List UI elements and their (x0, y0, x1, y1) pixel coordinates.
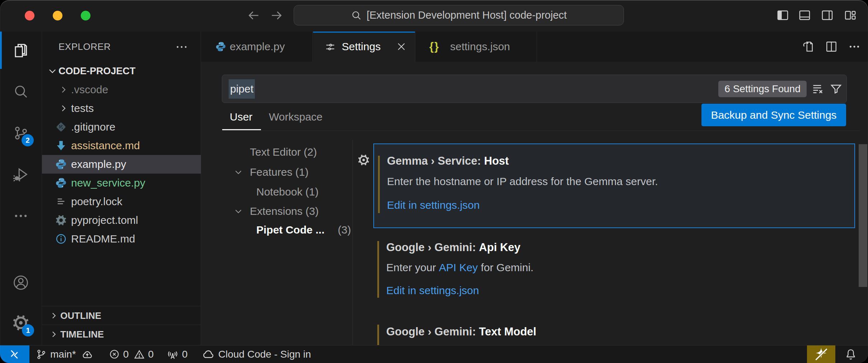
tree-item-tests[interactable]: tests (42, 99, 201, 118)
setting-name: Host (484, 155, 509, 168)
section-label: TIMELINE (60, 325, 104, 344)
run-debug-icon[interactable] (13, 166, 29, 183)
tree-item-gitignore[interactable]: .gitignore (42, 118, 201, 136)
settings-search-box[interactable]: pipet 6 Settings Found (222, 75, 847, 103)
errors-count: 0 (123, 349, 129, 360)
setting-description: Enter your (386, 261, 439, 274)
toc-item-features[interactable]: Features (1) (250, 166, 308, 178)
git-branch-icon (36, 349, 47, 360)
toc-item-extensions[interactable]: Extensions (3) (250, 205, 319, 217)
customize-layout-icon[interactable] (843, 9, 857, 22)
editor-actions (801, 32, 861, 62)
setting-row-google-gemini-api-key[interactable]: Google › Gemini: Api Key Enter your API … (373, 229, 855, 314)
setting-name: Api Key (479, 241, 520, 254)
tab-example-py[interactable]: example.py (201, 32, 313, 62)
git-file-icon (55, 121, 67, 133)
tree-root-code-project[interactable]: CODE-PROJECT (42, 62, 201, 80)
close-tab-icon[interactable] (396, 41, 407, 52)
sidebar-header: EXPLORER (42, 32, 201, 62)
edit-in-settings-json-link[interactable]: Edit in settings.json (387, 198, 480, 212)
additional-views-icon[interactable] (13, 208, 28, 223)
toc-item-text-editor[interactable]: Text Editor (2) (250, 146, 317, 158)
minimize-window-button[interactable] (53, 11, 62, 20)
navigate-forward-icon[interactable] (270, 9, 283, 22)
notifications-bell-icon[interactable] (844, 345, 857, 363)
tree-item-pyproject-toml[interactable]: pyproject.toml (42, 211, 201, 230)
setting-row-gemma-service-host[interactable]: Gemma › Service: Host Enter the hostname… (373, 143, 855, 228)
active-view-indicator (0, 32, 2, 69)
toc-divider (353, 140, 353, 345)
results-count-badge: 6 Settings Found (718, 81, 807, 97)
api-key-link[interactable]: API Key (439, 261, 478, 274)
search-icon[interactable] (13, 83, 29, 100)
settings-header-border (222, 131, 860, 131)
gemini-code-assist-status[interactable] (807, 345, 835, 363)
info-file-icon (55, 233, 67, 245)
tree-item-poetry-lock[interactable]: poetry.lock (42, 192, 201, 211)
toggle-panel-icon[interactable] (798, 9, 811, 22)
warnings-count: 0 (148, 349, 154, 360)
python-file-icon (55, 159, 67, 170)
timeline-section-header[interactable]: TIMELINE (42, 325, 201, 343)
tree-item-readme-md[interactable]: README.md (42, 230, 201, 248)
filter-icon[interactable] (830, 82, 843, 95)
zoom-window-button[interactable] (81, 11, 90, 20)
explorer-more-actions-icon[interactable] (175, 41, 188, 53)
edit-in-settings-json-link[interactable]: Edit in settings.json (386, 283, 479, 298)
setting-row-google-gemini-text-model[interactable]: Google › Gemini: Text Model (373, 312, 855, 345)
tab-settings-json[interactable]: {} settings.json (416, 32, 537, 62)
section-label: OUTLINE (60, 306, 101, 325)
chevron-right-icon (49, 330, 59, 339)
ports-status[interactable]: 0 (167, 345, 188, 363)
window-title: [Extension Development Host] code-projec… (367, 9, 567, 21)
toggle-primary-sidebar-icon[interactable] (776, 9, 789, 22)
tab-settings[interactable]: Settings (313, 32, 415, 62)
modified-setting-indicator (378, 156, 380, 213)
tab-label: settings.json (450, 32, 510, 62)
tree-item-assistance-md[interactable]: assistance.md M (42, 136, 201, 155)
explorer-icon[interactable] (12, 42, 29, 59)
vscode-window: [Extension Development Host] code-projec… (0, 0, 868, 363)
tab-label: example.py (230, 32, 285, 62)
problems-status[interactable]: 0 0 (109, 345, 154, 363)
modified-setting-indicator (377, 241, 379, 298)
config-gear-icon (55, 214, 67, 226)
toc-item-notebook[interactable]: Notebook (1) (256, 186, 318, 198)
tree-item-new-service-py[interactable]: new_service.py U (42, 174, 201, 192)
root-folder-label: CODE-PROJECT (59, 66, 136, 77)
outline-section-header[interactable]: OUTLINE (42, 306, 201, 325)
tree-item-vscode[interactable]: .vscode (42, 80, 201, 99)
file-label: README.md (71, 233, 135, 245)
file-label: example.py (71, 158, 126, 170)
cloud-code-signin[interactable]: Cloud Code - Sign in (201, 345, 311, 363)
git-branch-status[interactable]: main* (36, 345, 93, 363)
clear-search-filters-icon[interactable] (812, 82, 825, 95)
close-window-button[interactable] (25, 11, 34, 20)
account-icon[interactable] (12, 274, 29, 291)
split-editor-icon[interactable] (825, 40, 838, 53)
setting-gear-icon[interactable] (358, 154, 370, 166)
toc-item-pipet-code[interactable]: Pipet Code ... (256, 224, 325, 236)
json-braces-icon: {} (429, 32, 439, 62)
file-label: pyproject.toml (71, 214, 138, 226)
remote-indicator[interactable] (0, 345, 29, 363)
file-label: new_service.py (71, 177, 145, 189)
tab-workspace-settings[interactable]: Workspace (269, 108, 323, 126)
settings-search-input[interactable]: pipet (229, 79, 255, 99)
more-actions-icon[interactable] (848, 40, 861, 53)
tree-item-example-py[interactable]: example.py (42, 155, 201, 174)
status-bar: main* 0 0 0 Cloud Code - Sig (0, 345, 868, 363)
open-settings-json-icon[interactable] (801, 40, 815, 53)
tab-user-settings[interactable]: User (230, 108, 252, 126)
backup-sync-settings-button[interactable]: Backup and Sync Settings (701, 104, 846, 126)
chevron-right-icon (59, 85, 69, 95)
setting-category: Google › Gemini: (386, 325, 479, 338)
title-bar: [Extension Development Host] code-projec… (0, 0, 868, 32)
lock-file-icon (55, 196, 67, 207)
settings-scrollbar-thumb[interactable] (859, 144, 867, 287)
command-center[interactable]: [Extension Development Host] code-projec… (294, 5, 624, 25)
file-label: assistance.md (71, 140, 140, 152)
settings-editor: pipet 6 Settings Found User Workspace Ba… (201, 62, 868, 345)
toggle-secondary-sidebar-icon[interactable] (821, 9, 834, 22)
navigate-back-icon[interactable] (247, 9, 261, 22)
